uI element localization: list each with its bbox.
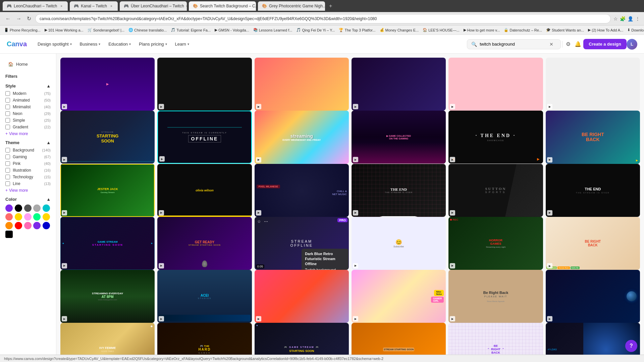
template-card-top1[interactable]: ▶ ▶ (60, 58, 155, 111)
color-swatch-hotpink[interactable] (24, 222, 32, 229)
search-input[interactable] (480, 42, 547, 47)
menu-icon[interactable]: ⋮ (635, 16, 640, 21)
filter-illustration-checkbox[interactable] (5, 168, 10, 173)
filter-modern[interactable]: Modern (75) (5, 91, 51, 96)
color-swatch-gold[interactable] (43, 213, 50, 221)
tab-4[interactable]: 🎨 Search Twitch Background – C... × (189, 1, 256, 11)
filter-modern-checkbox[interactable] (5, 91, 10, 96)
profile-icon[interactable]: 👤 (628, 16, 633, 21)
tab-2[interactable]: 🎮 Kanal – Twitch × (70, 1, 118, 11)
template-card-the-end3[interactable]: THE END THE STREAM IS OVER ▶ (546, 164, 640, 217)
color-swatch-violet[interactable] (33, 222, 41, 229)
bookmark-14[interactable]: 🎓 Student Wants an... (546, 28, 584, 32)
filter-technology-checkbox[interactable] (5, 175, 10, 179)
bookmark-4[interactable]: 🌐 Chinese translatio... (128, 28, 167, 32)
filter-line[interactable]: Line (13) (5, 181, 51, 186)
theme-filter-header[interactable]: Theme ▲ (5, 140, 51, 145)
template-card-streaming-everyday[interactable]: STREAMING EVERYDAY AT 8PM www.realtygame… (60, 270, 155, 323)
filter-background[interactable]: Background (140) (5, 148, 51, 153)
template-card-top5[interactable]: ▶ (448, 58, 543, 111)
template-card-gradient[interactable]: ▶ (255, 270, 349, 323)
filter-neon-checkbox[interactable] (5, 111, 10, 116)
template-card-top3[interactable]: ▶ (255, 58, 349, 111)
template-card-horror[interactable]: HORRORGAMES Streaming every night ⏺REC ▶ (448, 217, 543, 270)
filter-gaming-checkbox[interactable] (5, 155, 10, 159)
color-filter-header[interactable]: Color ▲ (5, 197, 51, 202)
bell-button[interactable]: 🔔 (573, 39, 583, 49)
bookmark-13[interactable]: 🔒 Datenschutz – Re... (504, 28, 542, 32)
color-swatch-blue[interactable] (43, 222, 50, 229)
template-card-game-stream2[interactable]: GAME STREAM STARTING SOON ✦ ✦ ▶ (60, 217, 155, 270)
nav-business[interactable]: Business ▾ (76, 39, 105, 49)
tab-3[interactable]: 🎮 Über LeonChaudhari – Twitch × (120, 1, 187, 11)
filter-illustration[interactable]: Illustration (16) (5, 168, 51, 173)
help-button[interactable]: ? (625, 340, 637, 352)
bookmark-8[interactable]: 🎵 Qing Fei De Yi – Y... (296, 28, 335, 32)
bookmark-9[interactable]: 🏆 The Top 3 Platfor... (339, 28, 375, 32)
template-card-offline[interactable]: THIS STREAM IS CURRENTLY OFFLINE ▶ (157, 111, 252, 164)
filter-gradient-checkbox[interactable] (5, 125, 10, 129)
bookmark-10[interactable]: 💰 Money Changes E... (380, 28, 419, 32)
template-card-sports[interactable]: SUTTON SPORTS ▶ (448, 164, 543, 217)
search-clear-icon[interactable]: ✕ (549, 42, 553, 47)
more-options-button[interactable]: ⋯ (263, 218, 269, 225)
bookmark-3[interactable]: 🛒 Sonderangebot! |... (88, 28, 124, 32)
star-button[interactable]: ☆ (256, 218, 263, 225)
template-card-jester[interactable]: JESTER JACK Gaming Stream ▶ (60, 164, 155, 217)
bookmark-7[interactable]: 📚 Lessons Learned f... (253, 28, 292, 32)
avatar[interactable]: L (627, 39, 637, 50)
bookmark-star-icon[interactable]: ☆ (613, 16, 618, 21)
new-tab-button[interactable]: + (327, 3, 334, 9)
filter-technology[interactable]: Technology (15) (5, 175, 51, 179)
tab-1-close[interactable]: × (59, 4, 64, 8)
template-card-chill[interactable]: PIXEL MILANESE CHILL &NET MUSIC ▶ (255, 164, 349, 217)
style-filter-header[interactable]: Style ▲ (5, 83, 51, 88)
canva-logo[interactable]: Canva (7, 40, 27, 48)
bookmark-2[interactable]: ▶ 101 How Working a... (45, 28, 84, 32)
template-card-stream-offline[interactable]: STREAMOFFLINE ☆ ⋯ 0:05 PRO Dark Blue Ret… (255, 217, 349, 270)
template-card-planet[interactable]: ▶ (546, 270, 640, 323)
color-swatch-purple[interactable] (5, 204, 13, 212)
color-swatch-orange[interactable] (5, 222, 13, 229)
filter-pink-checkbox[interactable] (5, 161, 10, 166)
template-card-be-right-back2[interactable]: BE RIGHTBACK Every Book Remote Book Noti… (546, 217, 640, 270)
template-card-be-right-back3[interactable]: Be Right Back PLEASE WAIT Rosa Maria Agu… (448, 270, 543, 323)
template-card-retro[interactable]: ▶ GAME COLLECTEDON THE GAMING ▶ (352, 111, 446, 164)
address-input[interactable] (35, 14, 611, 23)
filter-background-checkbox[interactable] (5, 148, 10, 153)
template-card-stream-starting[interactable]: STREAM STARTING SOON ▶ (60, 111, 155, 164)
reload-button[interactable]: ↻ (25, 14, 33, 23)
tab-5[interactable]: 🎨 Grey Photocentric Game Nigh... × (258, 1, 325, 11)
color-swatch-black[interactable] (15, 204, 22, 212)
filter-simple[interactable]: Simple (25) (5, 118, 51, 123)
color-swatch-yellow[interactable] (15, 213, 22, 221)
sidebar-home[interactable]: 🏠 Home (3, 59, 53, 69)
tab-3-close[interactable]: × (186, 4, 187, 8)
filter-minimalist-checkbox[interactable] (5, 105, 10, 109)
style-view-more[interactable]: + View more (5, 131, 51, 136)
nav-education[interactable]: Education ▾ (104, 39, 135, 49)
color-swatch-brightred[interactable] (15, 222, 22, 229)
template-card-pink-clouds[interactable]: NikoNeko GAMERGIRL ▶ (352, 270, 446, 323)
template-card-get-ready[interactable]: GET READY STREAM STARTING SOON ▶ (157, 217, 252, 270)
filter-pink[interactable]: Pink (40) (5, 161, 51, 166)
template-card-cute[interactable]: 😊 Subscribe ▶ (352, 217, 446, 270)
bookmark-1[interactable]: 📱 Phone Recycling... (4, 28, 41, 32)
color-swatch-green[interactable] (33, 213, 41, 221)
filter-minimalist[interactable]: Minimalist (40) (5, 105, 51, 109)
extensions-icon[interactable]: 🧩 (620, 16, 626, 21)
template-card-the-end2[interactable]: THE END THE STREAM IS OVER ▶ (352, 164, 446, 217)
bookmark-11[interactable]: 🏠 LEE'S HOUSE—... (423, 28, 460, 32)
back-button[interactable]: ← (4, 14, 12, 23)
filter-animated-checkbox[interactable] (5, 98, 10, 103)
bookmark-5[interactable]: 🎵 Tutorial: Eigene Fa... (171, 28, 211, 32)
tab-2-close[interactable]: × (109, 4, 114, 8)
settings-button[interactable]: ⚙ (564, 39, 573, 49)
filter-animated[interactable]: Animated (50) (5, 98, 51, 103)
theme-view-more[interactable]: + View more (5, 188, 51, 193)
template-card-top2[interactable]: ▶ (157, 58, 252, 111)
filter-simple-checkbox[interactable] (5, 118, 10, 123)
color-swatch-black2[interactable] (5, 231, 13, 238)
bookmark-15[interactable]: ▶ (2) How To Add A... (588, 28, 623, 32)
color-swatch-gray[interactable] (33, 204, 41, 212)
